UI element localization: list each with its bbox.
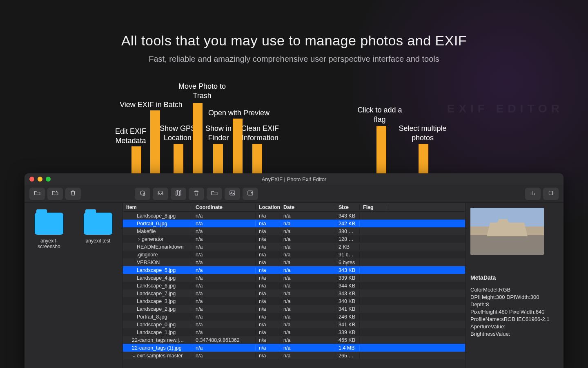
table-row[interactable]: Portrait_8.jpgn/an/an/a246 KB xyxy=(123,313,465,321)
add-folder-button[interactable] xyxy=(47,188,63,200)
show-gps-button[interactable] xyxy=(171,188,186,200)
cell-loc: n/a xyxy=(256,298,280,304)
metadata-line: Depth:8 xyxy=(470,301,559,307)
cell-loc: n/a xyxy=(256,345,280,351)
table-row[interactable]: Makefilen/an/an/a380 by… xyxy=(123,227,465,235)
open-preview-button[interactable] xyxy=(225,188,240,200)
cell-date: n/a xyxy=(280,298,335,304)
col-item[interactable]: Item xyxy=(123,204,192,210)
cell-coord: n/a xyxy=(192,244,256,250)
arrow-view-batch xyxy=(150,110,160,182)
window-title: AnyEXIF | Photo Exif Editor xyxy=(24,176,564,182)
table-row[interactable]: 22-canon_tags new.j…0.347488,9.861362n/a… xyxy=(123,336,465,344)
cell-coord: n/a xyxy=(192,252,256,258)
misc-button[interactable] xyxy=(543,188,559,200)
table-row[interactable]: .gitignoren/an/an/a91 bytes xyxy=(123,251,465,258)
folder-icon xyxy=(211,189,218,198)
table-row[interactable]: 22-canon_tags (1).jpgn/an/an/a1.4 MB xyxy=(123,344,465,352)
table-row[interactable]: Landscape_0.jpgn/an/an/a341 KB xyxy=(123,321,465,328)
cell-date: n/a xyxy=(280,283,335,289)
table-row[interactable]: Landscape_2.jpgn/an/an/a341 KB xyxy=(123,305,465,313)
col-flag[interactable]: Flag xyxy=(360,204,388,210)
cell-item: 22-canon_tags new.j… xyxy=(123,337,192,343)
cell-size: 128 by… xyxy=(335,236,360,242)
metadata-line: ProfileName:sRGB IEC61966-2.1 xyxy=(470,316,559,322)
table-row[interactable]: Landscape_4.jpgn/an/an/a339 KB xyxy=(123,274,465,282)
cell-item: Portrait_0.jpg xyxy=(123,221,192,227)
cell-loc: n/a xyxy=(256,275,280,281)
cell-item: Landscape_5.jpg xyxy=(123,267,192,273)
callout-move-trash: Move Photo toTrash xyxy=(172,82,233,100)
cell-coord: n/a xyxy=(192,353,256,359)
sidebar-folder-label: anyexif-screensho xyxy=(29,238,69,249)
cell-date: n/a xyxy=(280,260,335,265)
cell-loc: n/a xyxy=(256,283,280,289)
cell-coord: n/a xyxy=(192,275,256,281)
table-row[interactable]: ›generatorn/an/an/a128 by… xyxy=(123,235,465,243)
edit-exif-button[interactable] xyxy=(135,188,150,200)
table-row[interactable]: Landscape_7.jpgn/an/an/a343 KB xyxy=(123,289,465,297)
delete-button[interactable] xyxy=(65,188,81,200)
table-row[interactable]: VERSIONn/an/an/a6 bytes xyxy=(123,258,465,266)
cell-size: 340 KB xyxy=(335,298,360,304)
cell-date: n/a xyxy=(280,291,335,296)
cell-item: Portrait_8.jpg xyxy=(123,314,192,320)
cell-date: n/a xyxy=(280,213,335,219)
table-row[interactable]: Landscape_5.jpgn/an/an/a343 KB xyxy=(123,266,465,274)
cell-item: 22-canon_tags (1).jpg xyxy=(123,345,192,351)
cell-size: 380 by… xyxy=(335,229,360,234)
cell-date: n/a xyxy=(280,322,335,328)
cell-coord: n/a xyxy=(192,213,256,219)
image-preview[interactable] xyxy=(470,208,544,255)
metadata-line: DPIHeight:300 DPIWidth:300 xyxy=(470,294,559,300)
cell-loc: n/a xyxy=(256,353,280,359)
table-row[interactable]: README.markdownn/an/an/a2 KB xyxy=(123,243,465,251)
table-row[interactable]: Landscape_3.jpgn/an/an/a340 KB xyxy=(123,297,465,305)
cell-date: n/a xyxy=(280,244,335,250)
cell-size: 343 KB xyxy=(335,213,360,219)
stats-button[interactable] xyxy=(525,188,541,200)
cell-size: 341 KB xyxy=(335,322,360,328)
table-row[interactable]: ⌄exif-samples-mastern/an/an/a265 by… xyxy=(123,352,465,359)
sidebar-folder-label: anyexif test xyxy=(78,238,118,244)
cell-size: 341 KB xyxy=(335,306,360,312)
cell-item: Landscape_0.jpg xyxy=(123,322,192,328)
callout-edit-exif: Edit EXIFMetadata xyxy=(106,127,155,145)
sidebar-folder-0[interactable]: anyexif-screensho xyxy=(29,213,69,358)
table-row[interactable]: Landscape_8.jpgn/an/an/a343 KB xyxy=(123,212,465,220)
arrow-move-trash xyxy=(193,103,203,182)
cell-coord: n/a xyxy=(192,260,256,265)
col-coordinate[interactable]: Coordinate xyxy=(192,204,256,210)
move-trash-button[interactable] xyxy=(189,188,204,200)
sidebar-folder-1[interactable]: anyexif test xyxy=(78,213,118,358)
callout-show-finder: Show inFinder xyxy=(200,124,237,142)
cell-item: .gitignore xyxy=(123,252,192,258)
cell-date: n/a xyxy=(280,345,335,351)
titlebar[interactable]: AnyEXIF | Photo Exif Editor xyxy=(24,173,564,185)
table-row[interactable]: Landscape_1.jpgn/an/an/a339 KB xyxy=(123,328,465,336)
toolbar xyxy=(24,185,564,203)
callout-select-multi: Select multiplephotos xyxy=(394,124,451,142)
headline-block: All tools that you may use to manage pho… xyxy=(0,33,588,64)
show-finder-button[interactable] xyxy=(207,188,222,200)
col-size[interactable]: Size xyxy=(335,204,360,210)
table-row[interactable]: Portrait_0.jpgn/an/an/a242 KB xyxy=(123,220,465,227)
cell-size: 1.4 MB xyxy=(335,345,360,351)
image-remove-icon xyxy=(247,189,254,198)
cell-coord: n/a xyxy=(192,221,256,227)
cell-loc: n/a xyxy=(256,306,280,312)
cell-coord: n/a xyxy=(192,330,256,335)
cell-date: n/a xyxy=(280,306,335,312)
watermark-text: EXIF EDITOR xyxy=(447,102,564,115)
cell-loc: n/a xyxy=(256,337,280,343)
open-folder-button[interactable] xyxy=(29,188,45,200)
cell-coord: n/a xyxy=(192,345,256,351)
table-header[interactable]: Item Coordinate Location Date Size Flag xyxy=(123,203,465,212)
table-row[interactable]: Landscape_6.jpgn/an/an/a344 KB xyxy=(123,282,465,289)
cell-loc: n/a xyxy=(256,330,280,335)
clean-exif-button[interactable] xyxy=(243,188,258,200)
cell-coord: n/a xyxy=(192,229,256,234)
col-date[interactable]: Date xyxy=(280,204,335,210)
col-location[interactable]: Location xyxy=(256,204,280,210)
view-batch-button[interactable] xyxy=(153,188,168,200)
